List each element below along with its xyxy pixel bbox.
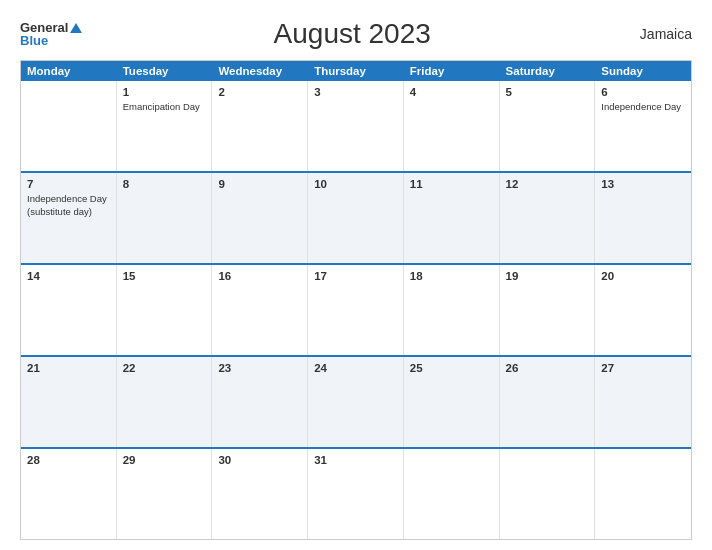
- cal-week-1: 1Emancipation Day23456Independence Day: [21, 81, 691, 171]
- cal-header-day-wednesday: Wednesday: [212, 61, 308, 81]
- day-number: 19: [506, 270, 589, 282]
- cal-cell-week4-day6: 26: [500, 357, 596, 447]
- cal-cell-week5-day4: 31: [308, 449, 404, 539]
- cal-cell-week1-day5: 4: [404, 81, 500, 171]
- day-number: 10: [314, 178, 397, 190]
- day-number: 23: [218, 362, 301, 374]
- day-event: Emancipation Day: [123, 101, 200, 112]
- day-number: 15: [123, 270, 206, 282]
- page: General Blue August 2023 Jamaica MondayT…: [0, 0, 712, 550]
- cal-header-day-saturday: Saturday: [500, 61, 596, 81]
- country-label: Jamaica: [622, 26, 692, 42]
- cal-cell-week4-day1: 21: [21, 357, 117, 447]
- cal-cell-week2-day7: 13: [595, 173, 691, 263]
- day-number: 9: [218, 178, 301, 190]
- cal-cell-week5-day7: [595, 449, 691, 539]
- day-number: 14: [27, 270, 110, 282]
- cal-week-5: 28293031: [21, 447, 691, 539]
- cal-cell-week1-day3: 2: [212, 81, 308, 171]
- day-number: 4: [410, 86, 493, 98]
- cal-cell-week5-day2: 29: [117, 449, 213, 539]
- cal-header-day-sunday: Sunday: [595, 61, 691, 81]
- calendar-header: MondayTuesdayWednesdayThursdayFridaySatu…: [21, 61, 691, 81]
- cal-cell-week3-day1: 14: [21, 265, 117, 355]
- cal-cell-week1-day4: 3: [308, 81, 404, 171]
- calendar: MondayTuesdayWednesdayThursdayFridaySatu…: [20, 60, 692, 540]
- day-number: 5: [506, 86, 589, 98]
- day-number: 29: [123, 454, 206, 466]
- day-number: 18: [410, 270, 493, 282]
- cal-cell-week3-day7: 20: [595, 265, 691, 355]
- cal-header-day-friday: Friday: [404, 61, 500, 81]
- cal-cell-week4-day3: 23: [212, 357, 308, 447]
- cal-cell-week2-day6: 12: [500, 173, 596, 263]
- logo-blue-text: Blue: [20, 34, 48, 47]
- month-title: August 2023: [82, 18, 622, 50]
- day-number: 13: [601, 178, 685, 190]
- logo-triangle-icon: [70, 23, 82, 33]
- cal-header-day-monday: Monday: [21, 61, 117, 81]
- cal-week-3: 14151617181920: [21, 263, 691, 355]
- cal-cell-week3-day3: 16: [212, 265, 308, 355]
- logo: General Blue: [20, 21, 82, 47]
- day-number: 20: [601, 270, 685, 282]
- day-number: 6: [601, 86, 685, 98]
- day-number: 26: [506, 362, 589, 374]
- day-number: 12: [506, 178, 589, 190]
- day-event: Independence Day(substitute day): [27, 193, 107, 217]
- day-number: 8: [123, 178, 206, 190]
- cal-header-day-thursday: Thursday: [308, 61, 404, 81]
- day-number: 22: [123, 362, 206, 374]
- cal-cell-week1-day6: 5: [500, 81, 596, 171]
- day-number: 28: [27, 454, 110, 466]
- day-number: 11: [410, 178, 493, 190]
- cal-cell-week2-day5: 11: [404, 173, 500, 263]
- day-number: 7: [27, 178, 110, 190]
- cal-cell-week2-day4: 10: [308, 173, 404, 263]
- cal-cell-week3-day4: 17: [308, 265, 404, 355]
- cal-cell-week4-day2: 22: [117, 357, 213, 447]
- day-number: 24: [314, 362, 397, 374]
- cal-cell-week1-day1: [21, 81, 117, 171]
- cal-cell-week3-day2: 15: [117, 265, 213, 355]
- day-number: 1: [123, 86, 206, 98]
- day-number: 3: [314, 86, 397, 98]
- cal-cell-week5-day3: 30: [212, 449, 308, 539]
- day-number: 2: [218, 86, 301, 98]
- cal-cell-week5-day1: 28: [21, 449, 117, 539]
- cal-cell-week3-day6: 19: [500, 265, 596, 355]
- cal-cell-week5-day5: [404, 449, 500, 539]
- cal-week-2: 7Independence Day(substitute day)8910111…: [21, 171, 691, 263]
- header: General Blue August 2023 Jamaica: [20, 18, 692, 50]
- cal-cell-week1-day7: 6Independence Day: [595, 81, 691, 171]
- cal-cell-week2-day3: 9: [212, 173, 308, 263]
- cal-cell-week3-day5: 18: [404, 265, 500, 355]
- day-number: 25: [410, 362, 493, 374]
- cal-week-4: 21222324252627: [21, 355, 691, 447]
- cal-header-day-tuesday: Tuesday: [117, 61, 213, 81]
- day-number: 17: [314, 270, 397, 282]
- calendar-body: 1Emancipation Day23456Independence Day7I…: [21, 81, 691, 539]
- cal-cell-week4-day4: 24: [308, 357, 404, 447]
- cal-cell-week1-day2: 1Emancipation Day: [117, 81, 213, 171]
- cal-cell-week4-day7: 27: [595, 357, 691, 447]
- day-event: Independence Day: [601, 101, 681, 112]
- cal-cell-week2-day2: 8: [117, 173, 213, 263]
- day-number: 30: [218, 454, 301, 466]
- cal-cell-week2-day1: 7Independence Day(substitute day): [21, 173, 117, 263]
- day-number: 31: [314, 454, 397, 466]
- day-number: 27: [601, 362, 685, 374]
- day-number: 16: [218, 270, 301, 282]
- day-number: 21: [27, 362, 110, 374]
- cal-cell-week4-day5: 25: [404, 357, 500, 447]
- cal-cell-week5-day6: [500, 449, 596, 539]
